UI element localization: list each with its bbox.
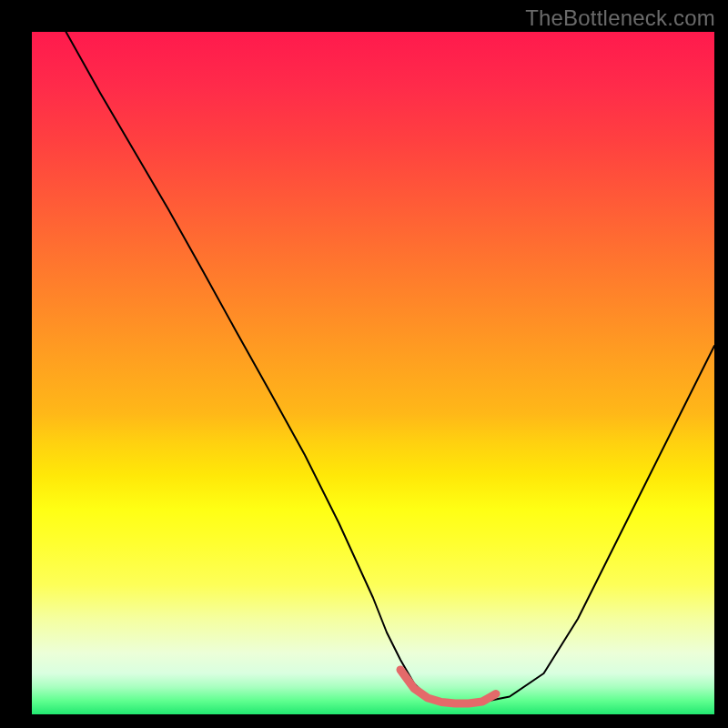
outer-frame: TheBottleneck.com bbox=[0, 0, 728, 728]
valley-highlight bbox=[400, 670, 496, 703]
bottleneck-curve bbox=[66, 32, 715, 703]
watermark-text: TheBottleneck.com bbox=[525, 5, 715, 31]
curve-layer bbox=[32, 32, 714, 714]
plot-area bbox=[32, 32, 714, 714]
